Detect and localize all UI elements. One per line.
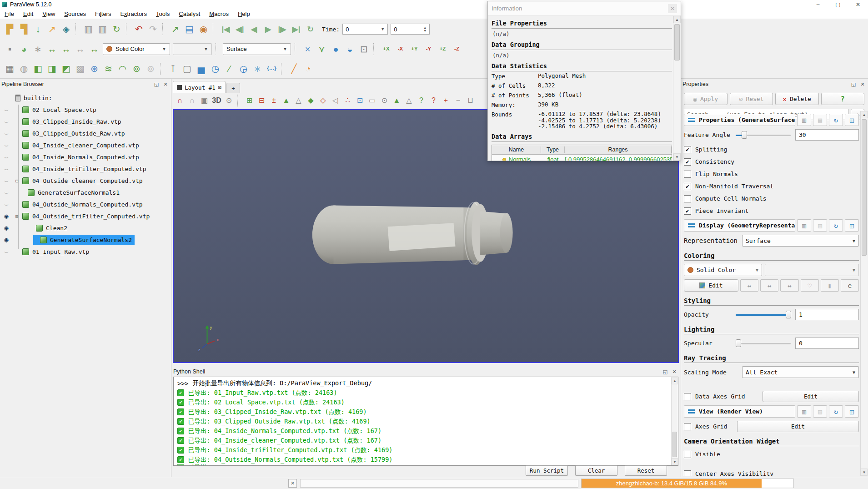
specular-slider[interactable] xyxy=(736,339,791,348)
glyph-icon[interactable]: ⊛ xyxy=(87,61,101,76)
pipeline-item[interactable]: 04_Outside_Normals_Computed.vtp xyxy=(0,198,171,210)
checkbox[interactable] xyxy=(684,183,691,190)
data-axes-grid-checkbox[interactable] xyxy=(684,393,691,400)
menu-item[interactable]: Help xyxy=(233,10,255,18)
first-frame-icon[interactable]: |◀ xyxy=(219,22,233,36)
grow-selection-icon[interactable]: + xyxy=(440,95,452,107)
rescale-to-temporal-range-icon[interactable]: ↔ xyxy=(73,42,87,56)
copy-properties-icon[interactable]: ▥ xyxy=(797,114,811,126)
visible-checkbox[interactable] xyxy=(684,451,691,458)
close-panel-icon[interactable]: ✕ xyxy=(859,81,866,88)
expander-icon[interactable] xyxy=(15,178,22,184)
pipeline-item[interactable]: 02_Local_Space.vtp xyxy=(0,104,171,116)
float-panel-icon[interactable]: ◱ xyxy=(153,81,160,88)
color-by-combo[interactable]: Solid Color▼ xyxy=(103,43,170,55)
checkbox[interactable] xyxy=(684,195,691,202)
scroll-up-icon[interactable]: ▲ xyxy=(673,16,681,23)
apply-button[interactable]: ◉Apply xyxy=(684,93,728,105)
play-icon[interactable]: ▶ xyxy=(261,22,275,36)
connect-server-icon[interactable]: ▥ xyxy=(81,22,95,36)
auto-apply-icon[interactable]: ▤ xyxy=(182,22,196,36)
rescale-to-custom-range-icon[interactable]: ↔ xyxy=(59,42,73,56)
menu-item[interactable]: View xyxy=(38,10,60,18)
pipeline-item[interactable]: GenerateSurfaceNormals1 xyxy=(0,187,171,198)
restore-defaults-icon[interactable]: ↻ xyxy=(829,219,843,232)
color-array-combo[interactable]: ▼ xyxy=(173,43,212,55)
scrollbar-thumb[interactable] xyxy=(862,119,867,256)
information-title-bar[interactable]: Information ✕ xyxy=(488,1,681,16)
time-value-combo[interactable]: 0▼ xyxy=(342,24,388,35)
protractor-icon[interactable]: ◔ xyxy=(301,61,315,76)
expander-icon[interactable] xyxy=(15,213,22,219)
calculator-icon[interactable]: ▦ xyxy=(3,61,17,76)
delete-button[interactable]: ✕Delete xyxy=(775,93,819,105)
pipeline-item[interactable]: 04_Outside_cleaner_Computed.vtp xyxy=(0,175,171,187)
pipeline-item[interactable]: 04_Inside_Normals_Computed.vtp xyxy=(0,151,171,163)
set-view-minus-z-icon[interactable]: -Z xyxy=(450,42,464,56)
visibility-eye-icon[interactable] xyxy=(0,247,13,256)
rescale-to-custom-range-icon[interactable]: ↔ xyxy=(760,279,778,292)
previous-frame-icon[interactable]: ◀| xyxy=(233,22,247,36)
zoom-to-box-icon[interactable]: ⊡ xyxy=(357,42,371,56)
last-frame-icon[interactable]: ▶| xyxy=(289,22,303,36)
edit-color-legend-icon[interactable]: e xyxy=(841,279,859,292)
set-view-plus-x-icon[interactable]: +X xyxy=(379,42,393,56)
visibility-eye-icon[interactable] xyxy=(0,165,13,173)
checkbox[interactable] xyxy=(684,146,691,153)
minimize-button[interactable]: – xyxy=(808,0,828,9)
scroll-down-icon[interactable]: ▼ xyxy=(673,153,681,161)
next-frame-icon[interactable]: |▶ xyxy=(275,22,289,36)
scrollbar-thumb[interactable] xyxy=(674,24,680,60)
histogram-icon[interactable]: ▅ xyxy=(194,61,208,76)
visibility-eye-icon[interactable] xyxy=(0,153,13,161)
select-surface-points-icon[interactable]: △ xyxy=(292,95,305,107)
center-axes-checkbox[interactable] xyxy=(684,470,691,476)
visibility-eye-icon[interactable] xyxy=(0,106,13,114)
checkbox[interactable] xyxy=(684,171,691,178)
pipeline-item[interactable]: 03_Clipped_Outside_Raw.vtp xyxy=(0,127,171,139)
select-frustum-points-icon[interactable]: ◇ xyxy=(317,95,329,107)
visibility-eye-icon[interactable] xyxy=(0,129,13,137)
rescale-to-temporal-range-icon[interactable]: ↔ xyxy=(780,279,798,292)
cancel-progress-icon[interactable]: ✕ xyxy=(288,479,297,488)
python-console[interactable]: >>> 开始批量导出所有物体信息到: D:/ParaView_Export_De… xyxy=(173,377,678,466)
export-scene-icon[interactable]: ↗ xyxy=(45,22,59,36)
warp-by-vector-icon[interactable]: ◠ xyxy=(115,61,130,76)
section-properties[interactable]: Properties (GenerateSurface xyxy=(684,114,795,126)
pipeline-item[interactable]: 04_Outside_triFilter_Computed.vtp xyxy=(0,210,171,222)
set-view-minus-y-icon[interactable]: -Y xyxy=(421,42,436,56)
menu-item[interactable]: Macros xyxy=(205,10,233,18)
rescale-to-data-range-icon[interactable]: ↔ xyxy=(740,279,758,292)
reset-session-icon[interactable]: ↻ xyxy=(110,22,124,36)
visibility-eye-icon[interactable] xyxy=(0,224,13,232)
pipeline-item[interactable]: 04_Inside_cleaner_Computed.vtp xyxy=(0,139,171,151)
pipeline-item[interactable]: 03_Clipped_Inside_Raw.vtp xyxy=(0,116,171,127)
ruler-icon[interactable]: ╱ xyxy=(287,61,301,76)
restore-defaults-icon[interactable]: ↻ xyxy=(829,114,843,126)
select-surface-cells-icon[interactable]: ▲ xyxy=(280,95,292,107)
programmable-filter-icon[interactable]: ∗ xyxy=(251,61,265,76)
pipeline-root-item[interactable]: builtin: xyxy=(0,92,171,104)
group-datasets-icon[interactable]: ⊚ xyxy=(130,61,144,76)
checkbox[interactable] xyxy=(684,158,691,166)
scroll-down-icon[interactable]: ▼ xyxy=(672,458,678,465)
paste-properties-icon[interactable]: ▤ xyxy=(813,219,827,232)
data-array-row[interactable]: Normals float [-0.9995286464691162, 0.99… xyxy=(492,155,672,161)
visibility-eye-icon[interactable] xyxy=(0,176,13,185)
select-cells-with-query-icon[interactable]: ? xyxy=(415,95,427,107)
select-block-icon[interactable]: ⊡ xyxy=(354,95,366,107)
save-defaults-icon[interactable]: ◫ xyxy=(845,114,859,126)
section-view[interactable]: View (Render View) xyxy=(684,405,795,418)
zoom-to-box-icon[interactable]: ⊙ xyxy=(223,95,235,107)
data-axes-grid-edit-button[interactable]: Edit xyxy=(763,391,859,402)
python-calculator-icon[interactable]: {…} xyxy=(265,61,279,76)
new-layout-tab-button[interactable]: + xyxy=(226,83,240,93)
reset-button[interactable]: Reset xyxy=(625,465,667,476)
coloring-mode-select[interactable]: Solid Color▼ xyxy=(684,264,762,276)
extract-group-icon[interactable]: ⊚ xyxy=(144,61,158,76)
properties-scrollbar[interactable]: ▲ ▼ xyxy=(860,111,868,476)
specular-field[interactable]: 0 xyxy=(795,338,859,349)
spinner-arrows-icon[interactable]: ▲▼ xyxy=(423,26,426,32)
contour-icon[interactable]: ◍ xyxy=(17,61,31,76)
threshold-icon[interactable]: ◩ xyxy=(59,61,73,76)
